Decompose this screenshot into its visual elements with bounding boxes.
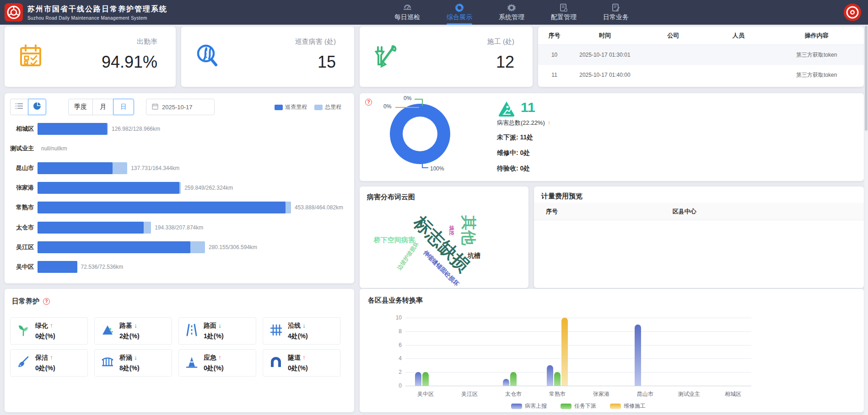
disease-overview-panel: ? 0% 0% 100% 11 病害总数(22.22%)↑ 未下派: 11处 维…: [360, 93, 864, 181]
slope-icon: [101, 324, 114, 338]
mileage-value-label: 126.982/128.966km: [112, 126, 160, 132]
total-mileage-bar: [38, 261, 77, 273]
patrol-mileage-bar: [38, 162, 113, 174]
gridline: [405, 372, 751, 372]
mileage-row-测试业主: 测试业主null/nullkm: [5, 138, 354, 158]
legend-swatch: [610, 404, 621, 409]
legend-label: 巡查里程: [285, 103, 307, 111]
kpi-value: 94.91%: [102, 53, 157, 72]
maintenance-label: 路面 ↓: [204, 322, 224, 330]
y-axis-tick: 10: [386, 314, 402, 321]
legend-label: 任务下派: [574, 402, 596, 410]
maintenance-card-桥涵[interactable]: 桥涵 ↓8处(%): [94, 349, 172, 377]
kpi-label: 巡查病害 (处): [295, 37, 336, 46]
maintenance-value: 4处(%): [288, 332, 308, 341]
bar-任务下派-太仓市: [510, 372, 517, 386]
legend-item-巡查里程[interactable]: 巡查里程: [275, 103, 307, 111]
kpi-card-construction: 施工 (处) 12: [360, 27, 533, 87]
district-label: 测试业主: [5, 144, 34, 153]
legend-item-任务下派[interactable]: 任务下派: [561, 402, 596, 410]
daily-maintenance-panel: 日常养护 ? 绿化 ↑0处(%)路基 ↓2处(%)路面 ↓1处(%)沿线 ↓4处…: [5, 289, 354, 412]
x-axis-label: 常熟市: [549, 390, 566, 398]
nav-item-综合展示[interactable]: 综合展示: [441, 0, 478, 25]
doc-gear-icon: [560, 4, 567, 12]
maintenance-card-路基[interactable]: 路基 ↓2处(%): [94, 317, 172, 345]
table-header-row: 序号时间公司人员操作内容: [538, 27, 864, 45]
table-cell: 2025-10-17 01:30:01: [571, 52, 639, 58]
y-axis-tick: 8: [386, 328, 402, 335]
donut-connector: [415, 99, 423, 106]
wordcloud-word: 桥下空间病害: [374, 236, 415, 245]
period-button-日[interactable]: 日: [113, 99, 134, 115]
legend-item-总里程[interactable]: 总里程: [314, 103, 341, 111]
nav-item-系统管理[interactable]: 系统管理: [493, 0, 530, 25]
page-scrollbar-thumb[interactable]: [865, 26, 868, 131]
mileage-row-常熟市: 常熟市453.888/464.082km: [5, 198, 354, 218]
district-label: 太仓市: [5, 223, 34, 232]
bridge-icon: [101, 356, 114, 370]
help-icon[interactable]: ?: [365, 99, 372, 106]
gridline: [405, 318, 751, 318]
column-header: 序号: [538, 32, 571, 40]
bar-病害上报-昆山市: [635, 325, 641, 386]
maintenance-card-保洁[interactable]: 保洁 ↑0处(%): [10, 349, 88, 377]
y-axis-tick: 4: [386, 355, 402, 362]
total-mileage-bar: [38, 162, 127, 174]
maintenance-card-text: 隧道 ↑0处(%): [288, 354, 308, 372]
date-picker-input[interactable]: 2025-10-17: [146, 99, 215, 115]
total-mileage-bar: [38, 241, 205, 253]
table-body: 102025-10-17 01:30:01第三方获取token112025-10…: [538, 45, 864, 85]
kpi-label: 出勤率: [102, 37, 157, 46]
maintenance-card-隧道[interactable]: 隧道 ↑0处(%): [263, 349, 340, 377]
mileage-bar-chart: 相城区126.982/128.966km测试业主null/nullkm昆山市13…: [5, 119, 354, 283]
donut-label: 0%: [383, 103, 391, 110]
total-mileage-bar: [38, 182, 181, 194]
nav-item-配置管理[interactable]: 配置管理: [545, 0, 582, 25]
period-button-季度[interactable]: 季度: [68, 99, 93, 115]
kpi-card-attendance: 出勤率 94.91%: [5, 27, 176, 87]
fence-icon: [270, 324, 282, 338]
donut-label: 100%: [430, 165, 444, 172]
kpi-label: 施工 (处): [487, 37, 514, 46]
period-button-月[interactable]: 月: [92, 99, 113, 115]
disease-total-label: 病害总数(22.22%)↑: [497, 119, 550, 127]
legend-label: 维修施工: [624, 402, 646, 410]
x-axis-label: 太仓市: [505, 390, 522, 398]
column-header: 操作内容: [769, 32, 863, 40]
legend-item-病害上报[interactable]: 病害上报: [511, 402, 547, 410]
trend-down-arrow: ↓: [302, 322, 306, 329]
operation-log-panel: 序号时间公司人员操作内容 102025-10-17 01:30:01第三方获取t…: [538, 27, 864, 87]
legend-item-维修施工[interactable]: 维修施工: [610, 402, 646, 410]
maintenance-card-沿线[interactable]: 沿线 ↓4处(%): [263, 317, 340, 345]
maintenance-card-路面[interactable]: 路面 ↓1处(%): [178, 317, 256, 345]
wordcloud-word: 边坡护坡损坏: [395, 240, 421, 272]
maintenance-card-应急[interactable]: 应急 ↑0处(%): [178, 349, 256, 377]
view-toggle-group: [10, 99, 46, 115]
kpi-value: 12: [487, 53, 514, 72]
column-header: 时间: [571, 32, 639, 40]
help-icon[interactable]: ?: [43, 298, 50, 305]
table-cell: 第三方获取token: [769, 51, 863, 59]
patrol-mileage-bar: [38, 261, 77, 273]
nav-item-每日巡检[interactable]: 每日巡检: [389, 0, 426, 25]
y-axis-tick: 2: [386, 369, 402, 375]
bar-病害上报-太仓市: [503, 379, 509, 386]
legend-swatch: [511, 404, 522, 409]
total-mileage-bar: [38, 123, 108, 135]
table-cell: 2025-10-17 01:40:00: [571, 72, 639, 78]
patrol-mileage-bar: [38, 241, 190, 253]
nav-item-日常业务[interactable]: 日常业务: [598, 0, 634, 25]
gauge-icon: [403, 4, 412, 12]
nav-item-label: 配置管理: [551, 13, 577, 21]
gridline: [405, 345, 751, 346]
donut-label: 0%: [404, 95, 411, 101]
chart-view-button[interactable]: [28, 99, 46, 115]
maintenance-card-绿化[interactable]: 绿化 ↑0处(%): [10, 317, 88, 345]
broom-icon: [17, 356, 30, 370]
x-axis-label: 吴江区: [461, 390, 478, 398]
disease-total-text: 病害总数(22.22%): [497, 119, 545, 126]
maintenance-label: 路基 ↓: [119, 322, 140, 330]
maintenance-label: 保洁 ↑: [35, 354, 55, 362]
list-view-button[interactable]: [10, 99, 28, 115]
gear-icon: [507, 4, 516, 12]
